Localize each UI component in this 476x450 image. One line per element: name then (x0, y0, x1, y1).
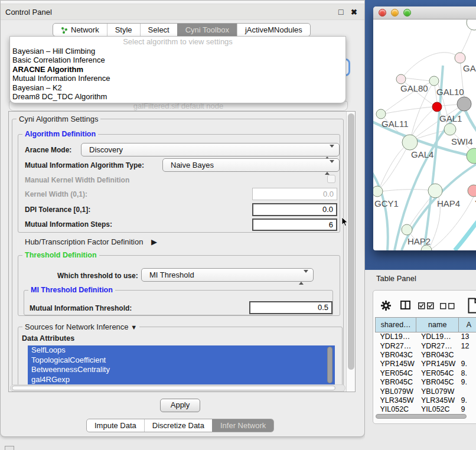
network-node[interactable] (402, 135, 418, 150)
tab-select[interactable]: Select (140, 24, 177, 36)
network-node[interactable] (444, 123, 456, 135)
settings-vscrollbar[interactable] (346, 112, 355, 392)
tab-jactivemnodules[interactable]: jActiveMNodules (237, 24, 310, 36)
group-title: Threshold Definition (22, 251, 99, 259)
table-row[interactable]: YER054CYER054C8. (376, 369, 476, 377)
hub-definition-toggle[interactable]: Hub/Transcription Factor Definition ▶ (25, 237, 157, 246)
minimized-panel-icon[interactable] (5, 446, 14, 450)
network-node[interactable] (457, 97, 471, 111)
kernel-width-label: Kernel Width (0,1): (25, 190, 87, 198)
tab-label: Cyni Toolbox (185, 25, 229, 34)
network-node[interactable] (432, 102, 442, 112)
network-node[interactable] (468, 185, 476, 197)
network-window: GALGAL80GAL10GAL1GAL11GAL4SWI4GCY1HAP4YH… (373, 6, 476, 250)
minimize-window-button[interactable] (391, 9, 399, 17)
sources-toggle[interactable]: Sources for Network Inference ▼ (22, 322, 139, 331)
table-row[interactable]: YPR145WYPR145W9. (376, 360, 476, 369)
network-node[interactable] (376, 109, 386, 119)
data-attribute-item[interactable]: BetweennessCentrality (28, 365, 335, 375)
tab-impute-data[interactable]: Impute Data (87, 419, 144, 432)
control-panel: Control Panel □ ✖ Network (0, 0, 365, 437)
mi-type-combo[interactable]: Naive Bayes (162, 158, 340, 172)
column-header-name[interactable]: name (416, 318, 459, 332)
table-hscrollbar-thumb[interactable] (376, 414, 467, 419)
mi-threshold-field[interactable]: 0.5 (249, 301, 332, 314)
column-header-partial[interactable]: A (458, 318, 476, 332)
aracne-mode-combo[interactable]: Discovery (81, 143, 340, 156)
dropdown-placeholder: Select algorithm to view settings (10, 37, 345, 47)
network-node[interactable] (429, 76, 439, 86)
algorithm-option[interactable]: Dream8 DC_TDC Algorithm (10, 92, 345, 101)
gear-icon[interactable] (381, 301, 391, 311)
combo-value: Naive Bayes (171, 161, 214, 169)
zoom-window-button[interactable] (403, 9, 411, 17)
tab-cyni-toolbox[interactable]: Cyni Toolbox (177, 24, 237, 36)
network-node[interactable] (455, 53, 465, 63)
network-node-label: HAP2 (407, 236, 431, 246)
bottom-tab-bar: Impute Data Discretize Data Infer Networ… (86, 419, 274, 432)
which-threshold-label: Which threshold to use: (57, 272, 138, 280)
settings-hscrollbar-thumb[interactable] (12, 386, 335, 390)
network-node-label: GAL (463, 63, 476, 73)
network-node[interactable] (396, 74, 406, 84)
table-hscrollbar[interactable] (376, 413, 476, 419)
manual-kernel-checkbox[interactable] (327, 175, 335, 183)
table-row[interactable]: YDR27…YDR27…12 (376, 341, 476, 350)
network-node-label: GAL10 (436, 87, 464, 97)
network-node[interactable] (467, 148, 476, 164)
select-all-checkboxes-icon[interactable] (418, 302, 434, 309)
close-window-button[interactable] (379, 9, 386, 17)
network-node[interactable] (373, 186, 383, 197)
table-cell: YBR043C (416, 350, 459, 359)
table-row[interactable]: YBR045CYBR045C9. (376, 377, 476, 386)
dpi-tolerance-field[interactable]: 0.0 (252, 203, 337, 216)
network-canvas[interactable]: GALGAL80GAL10GAL1GAL11GAL4SWI4GCY1HAP4YH… (373, 19, 476, 250)
kernel-width-field[interactable]: 0.0 (252, 188, 337, 200)
table-panel-title: Table Panel (376, 274, 416, 283)
network-node[interactable] (402, 224, 412, 235)
tab-label: jActiveMNodules (245, 25, 302, 34)
settings-hscrollbar[interactable] (10, 384, 345, 392)
network-node[interactable] (428, 184, 442, 198)
table-cell: YBR043C (376, 350, 416, 359)
network-node-label: GAL80 (400, 83, 428, 93)
tab-infer-network[interactable]: Infer Network (212, 419, 273, 432)
list-scrollbar-thumb[interactable] (327, 347, 332, 383)
close-panel-button[interactable]: ✖ (351, 4, 357, 20)
table-row[interactable]: YBL079WYBL079W (376, 387, 476, 396)
table-row[interactable]: YDL19…YDL19…13 (376, 332, 476, 341)
tab-discretize-data[interactable]: Discretize Data (144, 419, 212, 432)
which-threshold-combo[interactable]: MI Threshold (141, 268, 314, 282)
algorithm-option-selected[interactable]: ARACNE Algorithm (10, 65, 345, 74)
algorithm-option[interactable]: Mutual Information Inference (10, 74, 345, 83)
settings-vscrollbar-thumb[interactable] (348, 113, 354, 370)
data-attribute-item[interactable]: gal4RGexp (28, 375, 335, 385)
float-panel-button[interactable]: □ (338, 4, 343, 20)
data-attribute-item[interactable]: SelfLoops (28, 345, 335, 356)
network-node[interactable] (467, 19, 476, 30)
column-header-shared-name[interactable]: shared… (376, 318, 416, 332)
split-columns-icon[interactable] (400, 301, 411, 310)
table-row[interactable]: YBR043CYBR043C (376, 350, 476, 359)
deselect-all-checkboxes-icon[interactable] (440, 303, 455, 309)
data-attribute-item[interactable]: TopologicalCoefficient (28, 356, 335, 366)
table-cell: 9 (458, 405, 476, 414)
algorithm-option[interactable]: Basic Correlation Inference (10, 56, 345, 64)
table-cell: YDR27… (416, 341, 459, 350)
table-cell: YDR27… (376, 341, 416, 350)
algorithm-option[interactable]: Bayesian – Hill Climbing (10, 47, 345, 56)
group-title: MI Threshold Definition (28, 286, 115, 294)
data-attributes-list: SelfLoops TopologicalCoefficient Between… (28, 345, 335, 385)
algorithm-option[interactable]: Bayesian – K2 (10, 83, 345, 92)
application-window: Control Panel □ ✖ Network (0, 0, 476, 450)
mi-steps-field[interactable]: 6 (252, 219, 337, 231)
table-row[interactable]: YIL052CYIL052C9 (376, 405, 476, 414)
tab-style[interactable]: Style (107, 24, 140, 36)
table-cell: YLR345W (376, 396, 416, 405)
new-file-icon[interactable] (468, 298, 476, 314)
manual-kernel-label: Manual Kernel Width Definition (25, 176, 129, 184)
table-row[interactable]: YLR345WYLR345W9. (376, 396, 476, 405)
dpi-tolerance-label: DPI Tolerance [0,1]: (25, 206, 90, 214)
tab-network[interactable]: Network (53, 24, 107, 36)
apply-button[interactable]: Apply (160, 399, 200, 412)
